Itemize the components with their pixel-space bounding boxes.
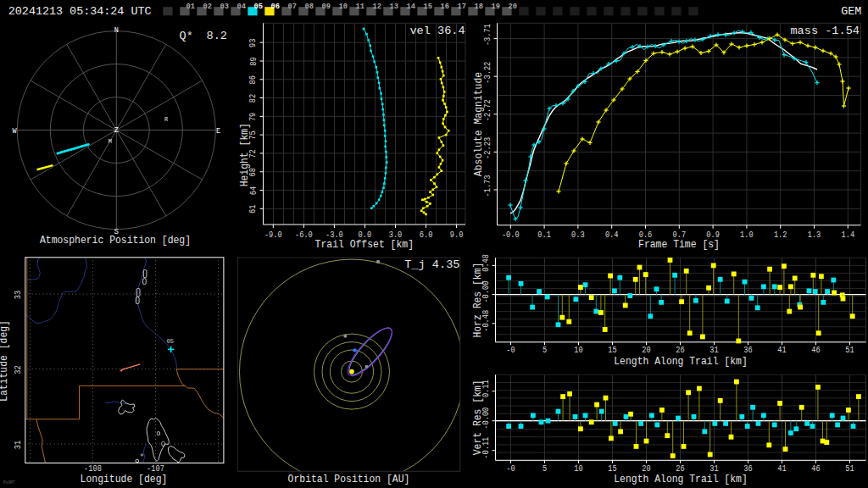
svg-text:15: 15 (424, 3, 433, 11)
svg-text:T_j 4.35: T_j 4.35 (404, 258, 459, 271)
svg-text:Trail Offset [km]: Trail Offset [km] (315, 238, 414, 251)
svg-text:Z: Z (114, 126, 119, 135)
svg-text:Vert Res [km]: Vert Res [km] (472, 380, 485, 455)
svg-text:W: W (12, 127, 17, 136)
svg-text:10: 10 (574, 345, 582, 355)
svg-text:10: 10 (574, 463, 582, 474)
svg-text:-0: -0 (506, 345, 515, 355)
svg-text:13: 13 (390, 3, 399, 11)
svg-text:26: 26 (676, 463, 684, 474)
svg-text:0.4: 0.4 (605, 230, 619, 240)
svg-text:N: N (114, 26, 119, 35)
svg-text:15: 15 (608, 345, 616, 355)
svg-text:20: 20 (509, 3, 518, 11)
svg-text:Orbital Position [AU]: Orbital Position [AU] (288, 473, 410, 485)
svg-text:19: 19 (492, 3, 501, 11)
svg-text:5: 5 (542, 345, 547, 355)
svg-text:64: 64 (248, 186, 259, 195)
svg-text:86: 86 (248, 75, 259, 84)
svg-text:31: 31 (709, 463, 719, 474)
svg-text:Latitude [deg]: Latitude [deg] (0, 320, 10, 402)
svg-text:1.2: 1.2 (774, 230, 787, 240)
svg-text:11: 11 (356, 3, 365, 11)
svg-text:1.3: 1.3 (808, 230, 821, 240)
svg-text:8.2: 8.2 (207, 30, 227, 42)
svg-text:05: 05 (254, 3, 264, 11)
svg-text:Height [km]: Height [km] (238, 123, 251, 186)
svg-text:1.0: 1.0 (740, 230, 754, 240)
svg-text:05: 05 (166, 337, 174, 345)
svg-text:93: 93 (248, 39, 259, 47)
svg-text:20241213 05:34:24 UTC: 20241213 05:34:24 UTC (8, 5, 152, 18)
svg-text:31: 31 (13, 440, 23, 449)
svg-text:17: 17 (458, 3, 467, 11)
svg-text:32: 32 (13, 365, 23, 374)
svg-text:-6.0: -6.0 (295, 230, 313, 240)
svg-text:82: 82 (248, 94, 259, 103)
svg-text:mass -1.54: mass -1.54 (790, 25, 860, 37)
svg-text:41: 41 (777, 463, 787, 474)
svg-text:-3.71: -3.71 (482, 24, 492, 46)
svg-text:07: 07 (288, 3, 298, 11)
svg-text:0.3: 0.3 (571, 230, 585, 240)
svg-text:33: 33 (13, 291, 23, 299)
svg-text:Horz Res [km]: Horz Res [km] (472, 263, 485, 338)
svg-text:Atmospheric Position [deg]: Atmospheric Position [deg] (40, 234, 191, 247)
svg-text:41: 41 (777, 345, 787, 355)
svg-text:02: 02 (203, 3, 213, 11)
svg-text:89: 89 (248, 57, 259, 65)
svg-text:6.0: 6.0 (420, 230, 433, 240)
svg-text:9.0: 9.0 (450, 230, 464, 240)
svg-text:36: 36 (743, 463, 752, 474)
svg-text:Longitude [deg]: Longitude [deg] (81, 473, 168, 485)
svg-text:1.4: 1.4 (842, 230, 855, 240)
svg-text:09: 09 (322, 3, 331, 11)
svg-text:20: 20 (642, 463, 650, 474)
svg-text:46: 46 (811, 345, 820, 355)
svg-text:PyGMT: PyGMT (3, 480, 15, 485)
svg-text:46: 46 (811, 463, 820, 474)
svg-text:M: M (108, 138, 112, 145)
svg-text:vel 36.4: vel 36.4 (409, 25, 465, 37)
svg-text:14: 14 (407, 3, 416, 11)
svg-text:Length Along Trail [km]: Length Along Trail [km] (614, 473, 748, 485)
svg-text:5: 5 (542, 463, 547, 474)
svg-text:16: 16 (441, 3, 450, 11)
svg-text:Frame Time [s]: Frame Time [s] (638, 238, 720, 251)
svg-text:18: 18 (475, 3, 484, 11)
svg-text:04: 04 (237, 3, 247, 11)
svg-text:Absolute Magnitude: Absolute Magnitude (472, 72, 485, 176)
svg-text:36: 36 (743, 345, 752, 355)
svg-text:06: 06 (271, 3, 281, 11)
svg-text:-0.0: -0.0 (502, 230, 520, 240)
svg-text:Q*: Q* (180, 30, 193, 42)
svg-text:15: 15 (608, 463, 616, 474)
svg-text:03: 03 (220, 3, 230, 11)
svg-text:12: 12 (373, 3, 382, 11)
svg-text:0.1: 0.1 (537, 230, 551, 240)
svg-text:-108: -108 (84, 463, 102, 474)
svg-text:31: 31 (709, 345, 719, 355)
svg-text:26: 26 (676, 345, 684, 355)
svg-text:08: 08 (305, 3, 314, 11)
svg-text:20: 20 (642, 345, 650, 355)
svg-text:-0: -0 (506, 463, 515, 474)
svg-text:E: E (216, 127, 220, 136)
svg-text:51: 51 (845, 463, 854, 474)
svg-text:GEM: GEM (841, 5, 861, 18)
svg-text:10: 10 (339, 3, 348, 11)
svg-text:-1.73: -1.73 (482, 175, 492, 197)
svg-text:79: 79 (248, 113, 259, 121)
svg-text:51: 51 (845, 345, 854, 355)
svg-text:-9.0: -9.0 (264, 230, 282, 240)
svg-text:-107: -107 (147, 463, 164, 474)
svg-text:61: 61 (248, 204, 259, 214)
svg-text:Length Along Trail [km]: Length Along Trail [km] (614, 355, 748, 368)
svg-text:01: 01 (186, 3, 196, 11)
